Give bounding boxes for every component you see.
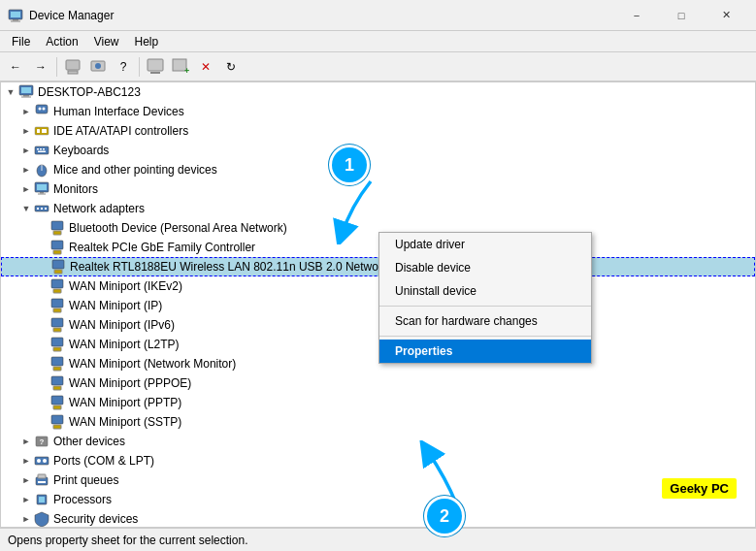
- tree-item-print[interactable]: ► Print queues: [1, 470, 755, 490]
- expand-ports[interactable]: ►: [18, 453, 34, 469]
- menu-action[interactable]: Action: [38, 33, 85, 50]
- toolbar-sep-1: [56, 57, 57, 77]
- mice-label: Mice and other pointing devices: [53, 163, 217, 177]
- mice-icon: [34, 162, 49, 178]
- security-icon: [34, 511, 49, 527]
- svg-rect-46: [53, 308, 61, 312]
- tree-item-mice[interactable]: ► Mice and other pointing devices: [1, 160, 755, 179]
- processors-label: Processors: [53, 493, 112, 506]
- tree-item-keyboards[interactable]: ► Keyboards: [1, 141, 755, 160]
- svg-rect-21: [42, 129, 47, 133]
- menubar: File Action View Help: [0, 31, 756, 52]
- expand-computer[interactable]: ▼: [3, 84, 18, 100]
- context-menu-update[interactable]: Update driver: [379, 233, 591, 256]
- tree-item-security[interactable]: ► Security devices: [1, 509, 755, 528]
- tree-item-other[interactable]: ► ? Other devices: [1, 432, 755, 451]
- menu-help[interactable]: Help: [127, 33, 167, 50]
- svg-rect-56: [53, 405, 61, 409]
- context-menu: Update driver Disable device Uninstall d…: [378, 232, 592, 364]
- tree-item-wan-sstp[interactable]: WAN Miniport (SSTP): [1, 412, 755, 432]
- ide-icon: [34, 123, 49, 139]
- scan-button[interactable]: [144, 55, 167, 79]
- tree-item-ide[interactable]: ► IDE ATA/ATAPI controllers: [1, 121, 755, 141]
- wan-monitor-icon: [49, 356, 65, 372]
- svg-point-62: [37, 459, 41, 463]
- forward-button[interactable]: →: [29, 55, 52, 79]
- svg-rect-3: [11, 20, 20, 21]
- window-title: Device Manager: [29, 9, 614, 22]
- wan-ip-label: WAN Miniport (IP): [69, 299, 162, 312]
- expand-other[interactable]: ►: [18, 434, 34, 449]
- tree-item-processors[interactable]: ► Processors: [1, 490, 755, 509]
- monitors-label: Monitors: [53, 182, 98, 196]
- window-controls[interactable]: − □ ✕: [614, 0, 748, 31]
- svg-rect-22: [35, 146, 49, 154]
- svg-rect-51: [51, 357, 63, 366]
- svg-rect-2: [13, 19, 18, 21]
- close-button[interactable]: ✕: [704, 0, 748, 31]
- svg-rect-57: [51, 415, 63, 424]
- ports-label: Ports (COM & LPT): [53, 454, 154, 468]
- svg-rect-15: [21, 97, 31, 98]
- context-menu-scan[interactable]: Scan for hardware changes: [379, 309, 591, 333]
- wan-l2tp-icon: [49, 337, 65, 352]
- realtek-pcie-label: Realtek PCIe GbE Family Controller: [69, 241, 255, 254]
- expand-security[interactable]: ►: [18, 511, 34, 527]
- context-menu-uninstall[interactable]: Uninstall device: [379, 279, 591, 303]
- expand-ide[interactable]: ►: [18, 123, 34, 139]
- svg-rect-43: [51, 279, 63, 288]
- main-area: ▼ DESKTOP-ABC123 ► Human Interface Devic…: [0, 81, 756, 528]
- network-label: Network adapters: [53, 202, 145, 215]
- svg-rect-58: [53, 425, 61, 429]
- update-button[interactable]: [86, 55, 110, 79]
- expand-hid[interactable]: ►: [18, 104, 34, 119]
- wan-l2tp-label: WAN Miniport (L2TP): [69, 338, 180, 351]
- maximize-button[interactable]: □: [659, 0, 704, 31]
- tree-item-computer[interactable]: ▼ DESKTOP-ABC123: [1, 82, 755, 102]
- wan-ikev2-icon: [49, 278, 65, 294]
- back-button[interactable]: ←: [4, 55, 27, 79]
- svg-rect-54: [53, 386, 61, 390]
- svg-rect-1: [11, 12, 20, 17]
- tree-item-ports[interactable]: ► Ports (COM & LPT): [1, 451, 755, 470]
- menu-view[interactable]: View: [86, 33, 127, 50]
- hid-icon: [34, 104, 49, 119]
- toolbar-sep-2: [139, 57, 140, 77]
- tree-item-network[interactable]: ▼ Network adapters: [1, 199, 755, 218]
- network-icon: [34, 201, 49, 216]
- svg-rect-20: [37, 129, 40, 133]
- tree-item-wan-pppoe[interactable]: WAN Miniport (PPPOE): [1, 373, 755, 393]
- tree-item-monitors[interactable]: ► Monitors: [1, 179, 755, 199]
- svg-rect-48: [53, 328, 61, 332]
- expand-keyboards[interactable]: ►: [18, 143, 34, 158]
- add-button[interactable]: +: [169, 55, 192, 79]
- context-menu-properties[interactable]: Properties: [379, 340, 591, 363]
- menu-file[interactable]: File: [4, 33, 38, 50]
- refresh-button[interactable]: ↻: [219, 55, 243, 79]
- svg-rect-35: [41, 208, 43, 210]
- svg-rect-13: [21, 87, 31, 93]
- tree-item-wan-pptp[interactable]: WAN Miniport (PPTP): [1, 393, 755, 412]
- expand-monitors[interactable]: ►: [18, 181, 34, 197]
- remove-button[interactable]: ✕: [194, 55, 217, 79]
- svg-rect-34: [37, 208, 39, 210]
- expand-mice[interactable]: ►: [18, 162, 34, 178]
- context-menu-disable[interactable]: Disable device: [379, 256, 591, 279]
- help-button[interactable]: ?: [112, 55, 135, 79]
- svg-point-7: [95, 63, 101, 69]
- expand-network[interactable]: ▼: [18, 201, 34, 216]
- wan-ipv6-icon: [49, 317, 65, 333]
- svg-rect-30: [37, 184, 47, 190]
- wan-sstp-label: WAN Miniport (SSTP): [69, 415, 181, 429]
- expand-print[interactable]: ►: [18, 472, 34, 488]
- properties-button[interactable]: [61, 55, 84, 79]
- computer-label: DESKTOP-ABC123: [38, 85, 141, 99]
- expand-processors[interactable]: ►: [18, 492, 34, 507]
- other-icon: ?: [34, 434, 49, 449]
- svg-rect-68: [39, 497, 45, 502]
- tree-item-hid[interactable]: ► Human Interface Devices: [1, 102, 755, 121]
- svg-rect-49: [51, 338, 63, 346]
- wan-pptp-icon: [49, 395, 65, 410]
- minimize-button[interactable]: −: [614, 0, 659, 31]
- keyboards-icon: [34, 143, 49, 158]
